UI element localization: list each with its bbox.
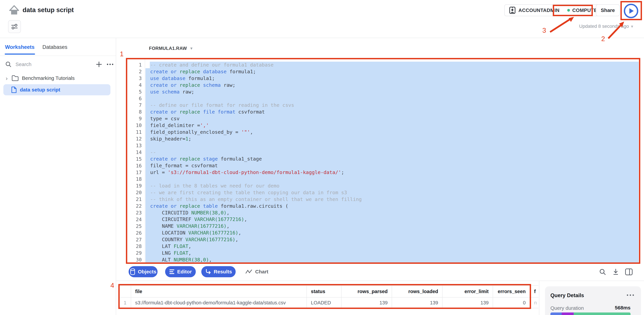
- duration-bar-segment: [562, 312, 574, 315]
- code-line[interactable]: -- load in the 8 tables we need for our …: [146, 183, 638, 189]
- code-line[interactable]: ALT NUMBER(38,0),: [146, 256, 638, 262]
- query-duration-value: 568ms: [615, 305, 630, 310]
- line-number: 12: [127, 136, 142, 142]
- sql-editor[interactable]: 1234567891011121314151617181920212223242…: [127, 59, 638, 262]
- tab-databases[interactable]: Databases: [42, 44, 67, 50]
- code-line[interactable]: [146, 176, 638, 183]
- code-line[interactable]: LNG FLOAT,: [146, 250, 638, 256]
- code-line[interactable]: field_optionally_enclosed_by = '"',: [146, 129, 638, 136]
- code-line[interactable]: -- create and define our formula1 databa…: [146, 62, 638, 68]
- ellipsis-icon: [627, 294, 628, 296]
- line-number: 21: [127, 196, 142, 203]
- code-line[interactable]: field_delimiter =',': [146, 122, 638, 129]
- query-duration-label: Query duration: [550, 305, 584, 311]
- search-results-button[interactable]: [598, 268, 607, 276]
- table-cell[interactable]: 139: [342, 297, 392, 308]
- objects-button[interactable]: Objects: [128, 266, 158, 277]
- line-number: 14: [127, 149, 142, 156]
- code-line[interactable]: -- we are first creating the table then …: [146, 189, 638, 196]
- search-input[interactable]: Search: [5, 59, 111, 69]
- table-cell[interactable]: 139: [442, 297, 493, 308]
- column-header[interactable]: rows_parsed: [342, 285, 392, 297]
- code-line[interactable]: NAME VARCHAR(16777216),: [146, 223, 638, 230]
- results-button[interactable]: Results: [201, 266, 236, 277]
- code-line[interactable]: -- think of this as an empty container o…: [146, 196, 638, 203]
- line-number: 4: [127, 82, 142, 89]
- code-line[interactable]: LOCATION VARCHAR(16777216),: [146, 230, 638, 236]
- download-results-button[interactable]: [612, 268, 620, 276]
- chevron-down-icon: ▼: [190, 46, 193, 51]
- results-divider: [116, 281, 644, 281]
- column-header[interactable]: status: [307, 285, 342, 297]
- filter-settings-button[interactable]: [8, 20, 21, 33]
- code-line[interactable]: COUNTRY VARCHAR(16777216),: [146, 236, 638, 243]
- code-line[interactable]: type = csv: [146, 115, 638, 122]
- code-line[interactable]: create or replace schema raw;: [146, 82, 638, 89]
- selected-item-label: data setup script: [20, 87, 60, 93]
- table-cell[interactable]: n: [530, 297, 538, 308]
- table-cell[interactable]: LOADED: [307, 297, 342, 308]
- chevron-down-icon[interactable]: ▼: [69, 9, 73, 14]
- tab-worksheets[interactable]: Worksheets: [5, 44, 34, 50]
- page-title[interactable]: data setup script: [22, 7, 74, 14]
- active-tab-underline: [5, 54, 35, 55]
- sidebar-item-benchmarking-tutorials[interactable]: › Benchmarking Tutorials: [3, 73, 111, 83]
- column-header[interactable]: rows_loaded: [392, 285, 442, 297]
- editor-button[interactable]: Editor: [165, 266, 196, 277]
- header-divider: [0, 38, 644, 38]
- split-panel-button[interactable]: [625, 268, 633, 276]
- search-placeholder: Search: [16, 62, 32, 67]
- code-line[interactable]: --: [146, 149, 638, 156]
- column-header[interactable]: [120, 285, 131, 297]
- code-line[interactable]: CIRCUITREF VARCHAR(16777216),: [146, 216, 638, 223]
- text-lines-icon: [169, 269, 175, 274]
- sidebar-item-data-setup-script[interactable]: data setup script: [3, 84, 110, 95]
- database-icon: [130, 268, 136, 275]
- code-line[interactable]: CIRCUITID NUMBER(38,0),: [146, 210, 638, 216]
- column-header[interactable]: file: [131, 285, 307, 297]
- code-line[interactable]: use database formula1;: [146, 75, 638, 82]
- annotation-label-4: 4: [110, 282, 114, 289]
- database-context-selector[interactable]: FORMULA1.RAW ▼: [149, 46, 193, 51]
- code-line[interactable]: url = 's3://formula1-dbt-cloud-python-de…: [146, 169, 638, 176]
- table-cell[interactable]: s3://formula1-dbt-cloud-python-demo/form…: [131, 297, 307, 308]
- column-header[interactable]: error_limit: [442, 285, 493, 297]
- code-line[interactable]: create or replace table formula1.raw.cir…: [146, 203, 638, 210]
- code-line[interactable]: [146, 95, 638, 102]
- query-details-menu-button[interactable]: [627, 294, 634, 296]
- code-line[interactable]: LAT FLOAT,: [146, 243, 638, 250]
- query-details-panel: Query Details Query duration 568ms: [545, 286, 641, 315]
- table-cell[interactable]: 139: [392, 297, 442, 308]
- selection-start-notch: [146, 62, 150, 68]
- table-cell[interactable]: 1: [120, 297, 131, 308]
- role-selector[interactable]: ACCOUNTADMIN: [505, 5, 564, 16]
- code-line[interactable]: create or replace database formula1;: [146, 68, 638, 75]
- code-area[interactable]: -- create and define our formula1 databa…: [146, 62, 638, 262]
- chart-toggle[interactable]: Chart: [245, 266, 268, 277]
- updated-status[interactable]: Updated 8 seconds ago▼: [578, 24, 634, 29]
- more-options-button[interactable]: [105, 59, 116, 69]
- code-line[interactable]: create or replace stage formula1_stage: [146, 156, 638, 162]
- run-button[interactable]: [624, 4, 638, 18]
- home-icon[interactable]: [9, 5, 20, 16]
- code-line[interactable]: use schema raw;: [146, 89, 638, 95]
- line-number: 6: [127, 95, 142, 102]
- line-number: 24: [127, 216, 142, 223]
- code-line[interactable]: file_format = csvformat: [146, 162, 638, 169]
- add-worksheet-button[interactable]: [94, 59, 104, 69]
- table-cell[interactable]: 0: [493, 297, 530, 308]
- line-number: 9: [127, 115, 142, 122]
- code-line[interactable]: -- define our file format for reading in…: [146, 102, 638, 109]
- column-header[interactable]: errors_seen: [493, 285, 530, 297]
- return-arrow-icon: [205, 268, 212, 275]
- sidebar-divider: [116, 38, 116, 315]
- line-number: 10: [127, 122, 142, 129]
- share-button[interactable]: Share: [596, 5, 620, 16]
- snowsight-worksheet-app: data setup script ▼ ACCOUNTADMIN COMPUTE…: [0, 0, 644, 315]
- code-line[interactable]: skip_header=1;: [146, 136, 638, 142]
- badge-person-icon: [509, 7, 516, 14]
- column-header[interactable]: f: [530, 285, 538, 297]
- results-label: Results: [214, 269, 232, 274]
- code-line[interactable]: [146, 142, 638, 149]
- code-line[interactable]: create or replace file format csvformat: [146, 109, 638, 115]
